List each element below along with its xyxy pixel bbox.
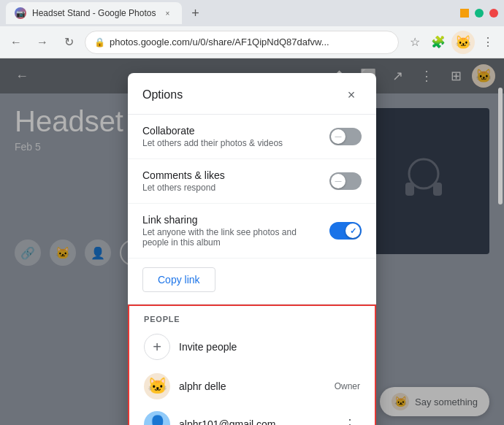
browser-frame: 📷 Headset Stand - Google Photos × + ← → … (0, 0, 504, 425)
person-avatar-0: 🐱 (144, 373, 170, 399)
person-row-0: 🐱 alphr delle Owner (129, 367, 375, 405)
copy-link-area: Copy link (128, 259, 376, 305)
tab-close-button[interactable]: × (161, 7, 173, 19)
collaborate-toggle[interactable] (329, 128, 362, 145)
options-panel: Options × Collaborate Let others add the… (128, 73, 376, 425)
person-name-1: alphr101@gmail.com (179, 418, 331, 425)
comments-label: Comments & likes (142, 169, 321, 181)
collaborate-desc: Let others add their photos & videos (142, 138, 321, 148)
minimize-btn[interactable] (460, 9, 469, 18)
maximize-btn[interactable] (475, 9, 484, 18)
panel-header: Options × (128, 73, 376, 115)
extensions-button[interactable]: 🧩 (428, 32, 448, 53)
panel-close-button[interactable]: × (341, 85, 362, 105)
person-avatar-1: 👤 (144, 411, 170, 425)
reload-button[interactable]: ↻ (58, 32, 79, 53)
link-sharing-toggle[interactable] (329, 222, 362, 240)
people-section-header: PEOPLE (129, 306, 375, 326)
tab-favicon: 📷 (15, 7, 26, 19)
invite-people-row[interactable]: + Invite people (129, 326, 375, 367)
comments-text: Comments & likes Let others respond (142, 169, 321, 193)
address-bar[interactable]: 🔒 photos.google.com/u/0/share/AF1QipNdQ8… (85, 31, 399, 54)
title-bar: 📷 Headset Stand - Google Photos × + (0, 0, 504, 26)
person-info-0: alphr delle (179, 380, 326, 392)
collaborate-option: Collaborate Let others add their photos … (128, 115, 376, 159)
nav-right-buttons: ☆ 🧩 🐱 ⋮ (405, 31, 498, 54)
panel-title: Options (142, 88, 183, 102)
person-menu-button-1[interactable]: ⋮ (340, 414, 360, 425)
content-area: ← ⬆ ⬜ ↗ ⋮ ⊞ 🐱 Headset Feb 5 🔗 (0, 58, 504, 425)
panel-body: Collaborate Let others add their photos … (128, 115, 376, 425)
link-sharing-label: Link sharing (142, 214, 321, 226)
collaborate-label: Collaborate (142, 125, 321, 137)
invite-label: Invite people (179, 341, 237, 353)
link-sharing-desc: Let anyone with the link see photos and … (142, 227, 321, 248)
lock-icon: 🔒 (94, 37, 105, 47)
comments-desc: Let others respond (142, 183, 321, 193)
back-button[interactable]: ← (6, 32, 26, 53)
bookmark-button[interactable]: ☆ (405, 32, 425, 53)
new-tab-button[interactable]: + (185, 3, 205, 23)
comments-toggle[interactable] (329, 172, 362, 190)
modal-overlay: Options × Collaborate Let others add the… (0, 58, 504, 425)
link-sharing-text: Link sharing Let anyone with the link se… (142, 214, 321, 248)
person-name-0: alphr delle (179, 380, 326, 392)
link-sharing-option: Link sharing Let anyone with the link se… (128, 204, 376, 259)
collaborate-toggle-knob (331, 129, 345, 144)
comments-toggle-knob (331, 174, 345, 188)
nav-bar: ← → ↻ 🔒 photos.google.com/u/0/share/AF1Q… (0, 26, 504, 58)
person-row-1: 👤 alphr101@gmail.com ⋮ (129, 405, 375, 425)
comments-option: Comments & likes Let others respond (128, 159, 376, 204)
person-info-1: alphr101@gmail.com (179, 418, 331, 425)
person-badge-0: Owner (335, 381, 360, 391)
collaborate-text: Collaborate Let others add their photos … (142, 125, 321, 148)
link-sharing-toggle-knob (345, 223, 360, 238)
forward-button[interactable]: → (32, 32, 53, 53)
profile-avatar[interactable]: 🐱 (451, 31, 475, 54)
close-btn-window[interactable] (489, 9, 498, 18)
url-text: photos.google.com/u/0/share/AF1QipNdQ87d… (110, 37, 389, 47)
copy-link-button[interactable]: Copy link (142, 267, 215, 292)
people-section: PEOPLE + Invite people 🐱 alphr delle (128, 305, 376, 425)
invite-plus-icon: + (144, 334, 170, 360)
tab-title: Headset Stand - Google Photos (32, 8, 156, 18)
browser-tab[interactable]: 📷 Headset Stand - Google Photos × (6, 2, 182, 24)
chrome-menu-button[interactable]: ⋮ (478, 32, 498, 53)
